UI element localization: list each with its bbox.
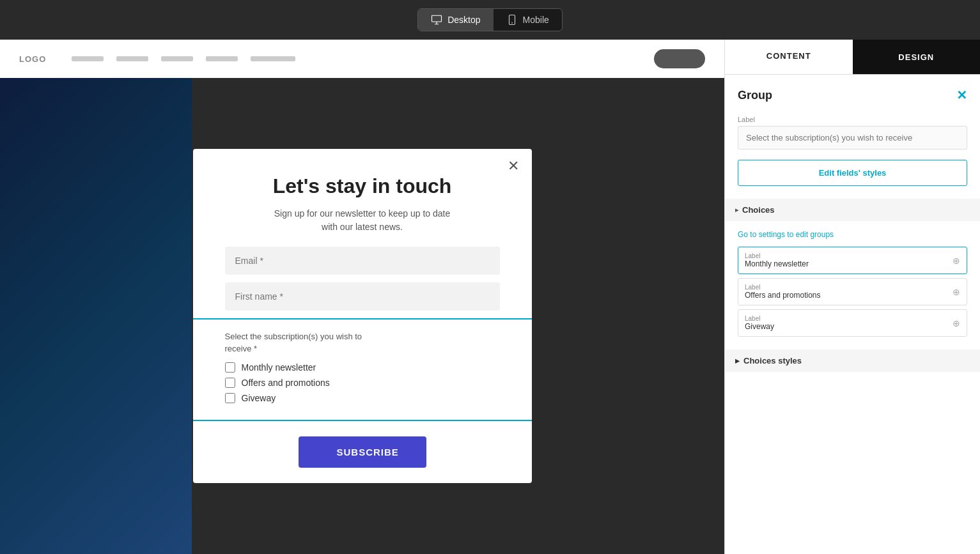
modal-header: Let's stay in touch Sign up for our news…	[193, 149, 532, 247]
drag-monthly-icon[interactable]: ⊕	[946, 249, 967, 272]
modal-footer: SUBSCRIBE	[193, 421, 532, 483]
subscription-label: Select the subscription(s) you wish tore…	[225, 331, 500, 354]
choice-item-monthly-field-label: Label	[745, 252, 940, 259]
checkbox-offers-input[interactable]	[225, 378, 235, 388]
nav-cta	[654, 49, 705, 68]
group-title: Group	[738, 89, 772, 102]
choice-item-offers-content: Label Offers and promotions	[738, 279, 946, 305]
modal-overlay: ✕ Let's stay in touch Sign up for our ne…	[0, 78, 724, 554]
nav-item-3	[161, 56, 193, 61]
checkbox-giveway-label: Giveway	[242, 393, 276, 403]
checkbox-monthly-input[interactable]	[225, 362, 235, 373]
choices-styles-title: Choices styles	[743, 356, 802, 365]
mobile-button[interactable]: Mobile	[494, 9, 562, 31]
choice-item-offers-field-label: Label	[745, 284, 940, 291]
panel-content: Group ✕ Label Edit fields' styles ▸ Choi…	[725, 75, 980, 554]
drag-giveway-icon[interactable]: ⊕	[946, 312, 967, 335]
checkbox-monthly[interactable]: Monthly newsletter	[225, 362, 500, 373]
checkbox-offers[interactable]: Offers and promotions	[225, 378, 500, 388]
modal-subtitle: Sign up for our newsletter to keep up to…	[225, 207, 500, 234]
choices-styles-arrow-icon: ▸	[735, 356, 740, 365]
go-to-settings-link[interactable]: Go to settings to edit groups	[738, 230, 967, 239]
choice-item-monthly-value: Monthly newsletter	[745, 259, 940, 268]
checkbox-offers-label: Offers and promotions	[242, 378, 330, 388]
checkbox-giveway[interactable]: Giveway	[225, 393, 500, 403]
modal-title: Let's stay in touch	[225, 174, 500, 198]
label-field-label: Label	[738, 116, 967, 123]
choice-item-monthly-content: Label Monthly newsletter	[738, 247, 946, 273]
svg-rect-0	[432, 15, 442, 22]
firstname-input[interactable]	[225, 282, 500, 311]
nav-item-5	[251, 56, 295, 61]
choice-item-giveway[interactable]: Label Giveway ⊕	[738, 309, 967, 337]
subscription-section: Select the subscription(s) you wish tore…	[193, 318, 532, 420]
panel-tabs: CONTENT DESIGN	[725, 40, 980, 75]
choices-section-content: Go to settings to edit groups Label Mont…	[738, 221, 967, 350]
modal: ✕ Let's stay in touch Sign up for our ne…	[193, 149, 532, 482]
choice-item-giveway-value: Giveway	[745, 322, 940, 331]
choice-item-monthly[interactable]: Label Monthly newsletter ⊕	[738, 247, 967, 274]
label-field-group: Label	[738, 116, 967, 150]
nav-item-2	[116, 56, 148, 61]
main-area: LOGO ✕ Let's stay in touch Sign up for o…	[0, 40, 980, 554]
choices-section-header[interactable]: ▸ Choices	[725, 199, 980, 221]
canvas-area: LOGO ✕ Let's stay in touch Sign up for o…	[0, 40, 724, 554]
canvas-content: ✕ Let's stay in touch Sign up for our ne…	[0, 78, 724, 554]
label-field-input[interactable]	[738, 126, 967, 150]
nav-items	[72, 56, 641, 61]
modal-body	[193, 247, 532, 318]
nav-bar: LOGO	[0, 40, 724, 78]
subscribe-button[interactable]: SUBSCRIBE	[299, 436, 426, 468]
checkbox-monthly-label: Monthly newsletter	[242, 362, 316, 373]
choices-arrow-icon: ▸	[735, 206, 738, 213]
choices-section-title: Choices	[742, 205, 775, 215]
choices-styles-section-header[interactable]: ▸ Choices styles	[725, 350, 980, 372]
choice-item-giveway-content: Label Giveway	[738, 310, 946, 336]
nav-item-4	[206, 56, 238, 61]
toolbar: Desktop Mobile	[0, 0, 980, 40]
device-toggle: Desktop Mobile	[417, 8, 563, 31]
panel-close-button[interactable]: ✕	[956, 88, 967, 103]
nav-item-1	[72, 56, 104, 61]
checkbox-giveway-input[interactable]	[225, 393, 235, 403]
edit-fields-button[interactable]: Edit fields' styles	[738, 160, 967, 186]
choice-item-offers-value: Offers and promotions	[745, 291, 940, 300]
group-header: Group ✕	[738, 88, 967, 103]
drag-offers-icon[interactable]: ⊕	[946, 281, 967, 304]
tab-design[interactable]: DESIGN	[853, 40, 981, 74]
desktop-button[interactable]: Desktop	[418, 9, 493, 31]
tab-content[interactable]: CONTENT	[725, 40, 853, 74]
email-input[interactable]	[225, 247, 500, 275]
logo: LOGO	[19, 54, 46, 64]
choice-item-giveway-field-label: Label	[745, 315, 940, 322]
modal-close-button[interactable]: ✕	[508, 159, 519, 173]
right-panel: CONTENT DESIGN Group ✕ Label Edit fields…	[724, 40, 980, 554]
choice-item-offers[interactable]: Label Offers and promotions ⊕	[738, 278, 967, 305]
